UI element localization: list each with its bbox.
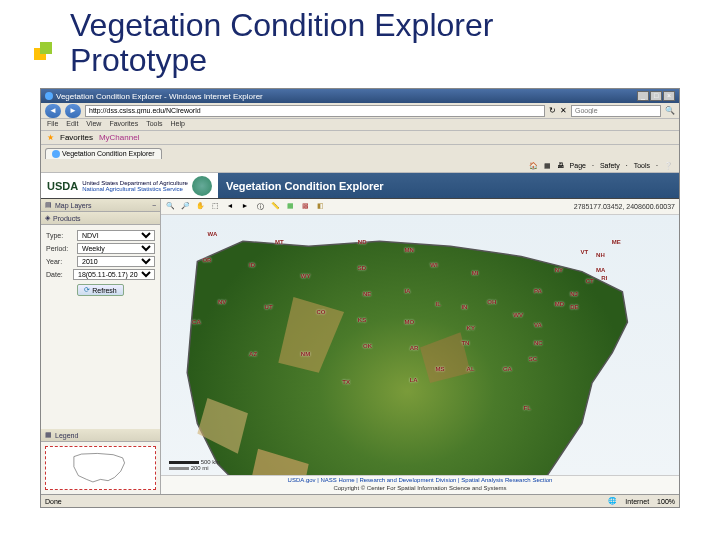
state-label-MS: MS (436, 366, 445, 372)
menu-help[interactable]: Help (171, 120, 185, 129)
status-bar: Done 🌐 Internet 100% (41, 494, 679, 507)
search-input[interactable] (571, 105, 661, 117)
period-label: Period: (46, 245, 74, 252)
favorites-label[interactable]: Favorites (60, 133, 93, 142)
internet-zone-icon: 🌐 (608, 497, 617, 505)
star-icon[interactable]: ★ (47, 133, 54, 142)
year-label: Year: (46, 258, 74, 265)
mychannel-link[interactable]: MyChannel (99, 133, 139, 142)
state-label-IL: IL (436, 301, 441, 307)
state-label-AZ: AZ (249, 351, 257, 357)
slide-title: Vegetation Condition Explorer Prototype (0, 0, 720, 82)
identify-icon[interactable]: ⓘ (255, 202, 265, 212)
products-icon: ◈ (45, 214, 50, 222)
state-label-GA: GA (503, 366, 512, 372)
map-toolbar: 🔍 🔎 ✋ ⬚ ◄ ► ⓘ 📏 ▦ ▩ ◧ 2785177.03452, 240… (161, 199, 679, 215)
minimap-svg (48, 449, 153, 487)
state-label-OR: OR (202, 257, 211, 263)
state-label-VA: VA (534, 322, 542, 328)
state-label-NM: NM (301, 351, 310, 357)
next-extent-icon[interactable]: ► (240, 202, 250, 212)
zoom-level[interactable]: 100% (657, 498, 675, 505)
close-button[interactable]: × (663, 91, 675, 101)
pan-icon[interactable]: ✋ (195, 202, 205, 212)
extent-icon[interactable]: ⬚ (210, 202, 220, 212)
refresh-icon[interactable]: ↻ (549, 106, 556, 115)
legend-panel-header[interactable]: ▦ Legend (41, 429, 160, 442)
state-label-LA: LA (410, 377, 418, 383)
state-label-TN: TN (461, 340, 469, 346)
state-label-WY: WY (301, 273, 311, 279)
period-select[interactable]: Weekly (77, 243, 155, 254)
state-label-AR: AR (410, 345, 419, 351)
state-label-WI: WI (430, 262, 437, 268)
state-label-SC: SC (529, 356, 537, 362)
menu-favorites[interactable]: Favorites (109, 120, 138, 129)
export-icon[interactable]: ◧ (315, 202, 325, 212)
footer-links[interactable]: USDA.gov | NASS Home | Research and Deve… (161, 475, 679, 485)
zoomin-icon[interactable]: 🔍 (165, 202, 175, 212)
back-button[interactable]: ◄ (45, 104, 61, 118)
measure-icon[interactable]: 📏 (270, 202, 280, 212)
state-label-RI: RI (601, 275, 607, 281)
feeds-icon[interactable]: ▦ (544, 162, 551, 170)
menu-file[interactable]: File (47, 120, 58, 129)
home-icon[interactable]: 🏠 (529, 162, 538, 170)
refresh-button[interactable]: ⟳ Refresh (77, 284, 124, 296)
state-label-CT: CT (586, 278, 594, 284)
state-label-MO: MO (404, 319, 414, 325)
window-title: Vegetation Condition Explorer - Windows … (56, 92, 263, 101)
address-bar: ◄ ► ↻ ✕ 🔍 (41, 103, 679, 119)
zoomout-icon[interactable]: 🔎 (180, 202, 190, 212)
type-label: Type: (46, 232, 74, 239)
layers-icon: ▤ (45, 201, 52, 209)
legend-minimap (45, 446, 156, 490)
browser-tab[interactable]: Vegetation Condition Explorer (45, 148, 162, 159)
maximize-button[interactable]: □ (650, 91, 662, 101)
usda-logo: USDA (47, 180, 78, 192)
map-canvas[interactable]: WAMTNDMNORIDWYSDWIMINYVTNHMEMACTRINVUTCO… (161, 215, 679, 475)
chart-icon[interactable]: ▩ (300, 202, 310, 212)
state-label-ME: ME (612, 239, 621, 245)
state-label-KY: KY (467, 325, 475, 331)
year-select[interactable]: 2010 (77, 256, 155, 267)
tools-menu[interactable]: Tools (634, 162, 650, 170)
prev-extent-icon[interactable]: ◄ (225, 202, 235, 212)
sidebar: ▤ Map Layers − ◈ Products Type:NDVI Peri… (41, 199, 161, 494)
menu-view[interactable]: View (86, 120, 101, 129)
collapse-icon[interactable]: − (152, 202, 156, 209)
state-label-PA: PA (534, 288, 542, 294)
help-icon[interactable]: ❔ (664, 162, 673, 170)
products-panel-body: Type:NDVI Period:Weekly Year:2010 Date:1… (41, 225, 160, 303)
date-select[interactable]: 18(05.11-05.17) 20 (73, 269, 155, 280)
layer-tool-icon[interactable]: ▦ (285, 202, 295, 212)
state-label-MT: MT (275, 239, 284, 245)
state-label-NH: NH (596, 252, 605, 258)
browser-window: Vegetation Condition Explorer - Windows … (40, 88, 680, 508)
app-header: USDA United States Department of Agricul… (41, 173, 679, 199)
forward-button[interactable]: ► (65, 104, 81, 118)
menu-edit[interactable]: Edit (66, 120, 78, 129)
products-panel-header[interactable]: ◈ Products (41, 212, 160, 225)
state-label-NV: NV (218, 299, 226, 305)
state-label-NC: NC (534, 340, 543, 346)
ie-icon (45, 92, 53, 100)
tab-strip: Vegetation Condition Explorer (41, 145, 679, 159)
usda-text2: National Agricultural Statistics Service (82, 186, 188, 192)
safety-menu[interactable]: Safety (600, 162, 620, 170)
state-label-MI: MI (472, 270, 479, 276)
minimize-button[interactable]: _ (637, 91, 649, 101)
state-label-NE: NE (363, 291, 371, 297)
page-menu[interactable]: Page (570, 162, 586, 170)
state-label-WA: WA (208, 231, 218, 237)
maplayers-panel-header[interactable]: ▤ Map Layers − (41, 199, 160, 212)
url-input[interactable] (85, 105, 545, 117)
state-label-SD: SD (358, 265, 366, 271)
state-label-VT: VT (581, 249, 589, 255)
stop-icon[interactable]: ✕ (560, 106, 567, 115)
type-select[interactable]: NDVI (77, 230, 155, 241)
search-icon[interactable]: 🔍 (665, 106, 675, 115)
state-label-OK: OK (363, 343, 372, 349)
menu-tools[interactable]: Tools (146, 120, 162, 129)
print-icon[interactable]: 🖶 (557, 162, 564, 170)
